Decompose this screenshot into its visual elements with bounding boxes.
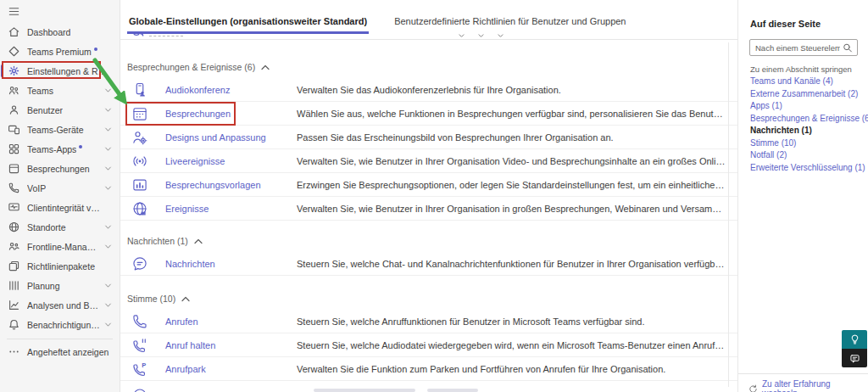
- section-link-erweiterte-verschluesselung[interactable]: Erweiterte Verschlüsselung (1): [750, 162, 863, 175]
- settings-list: Besprechungen & Ereignisse (6) Audiokonf…: [120, 41, 737, 392]
- settings-row-description: Wählen Sie aus, welche Funktionen in Bes…: [297, 109, 737, 119]
- devices-icon: [8, 123, 20, 136]
- chevron-up-icon[interactable]: [261, 64, 270, 70]
- tab-custom-policies[interactable]: Benutzerdefinierte Richtlinien für Benut…: [392, 16, 627, 34]
- sidebar-item-label: Benutzer: [27, 105, 63, 115]
- sidebar-item-label: Frontline-Manage...: [27, 242, 100, 252]
- sidebar-show-pinned-button[interactable]: Angeheftet anzeigen: [0, 342, 120, 361]
- control-search-input[interactable]: [750, 43, 842, 53]
- settings-row-description: Steuern Sie, welche Chat- und Kanalnachr…: [297, 259, 737, 269]
- sidebar-item-frontline[interactable]: Frontline-Manage...: [0, 237, 120, 256]
- sidebar-item-dashboard[interactable]: Dashboard: [0, 22, 120, 42]
- chevron-up-icon[interactable]: [181, 296, 190, 302]
- settings-row-label: Ereignisse: [165, 204, 297, 214]
- settings-row-liveereignisse[interactable]: Liveereignisse Verwalten Sie, wie Benutz…: [120, 149, 737, 173]
- chevron-down-icon: [104, 223, 112, 231]
- section-link-nachrichten[interactable]: Nachrichten (1): [750, 125, 863, 137]
- settings-row-audiokonferenz[interactable]: Audiokonferenz Verwalten Sie das Audioko…: [120, 78, 737, 102]
- section-link-externe-zusammenarbeit[interactable]: Externe Zusammenarbeit (2): [750, 88, 863, 101]
- calendar-icon: [8, 162, 20, 175]
- refresh-icon: [748, 384, 758, 392]
- sidebar-item-teams-geraete[interactable]: Teams-Geräte: [0, 120, 120, 139]
- settings-row-besprechungsvorlagen[interactable]: Besprechungsvorlagen Erzwingen Sie Bespr…: [120, 173, 737, 197]
- clipped-row-text-fragment: [149, 36, 183, 36]
- audio-conference-icon: [131, 81, 148, 98]
- clipped-text-fragment: [314, 389, 415, 392]
- sidebar-item-voip[interactable]: VoIP: [0, 178, 120, 198]
- chevron-up-icon[interactable]: [194, 238, 203, 244]
- settings-row-description: Passen Sie das Erscheinungsbild von Besp…: [297, 132, 737, 143]
- section-link-teams-kanaele[interactable]: Teams und Kanäle (4): [750, 76, 863, 88]
- assistant-widget: [842, 330, 867, 367]
- sidebar-item-label: Teams-Apps: [27, 144, 76, 154]
- sidebar-item-besprechungen[interactable]: Besprechungen: [0, 159, 120, 178]
- settings-row-description: Steuern Sie, welche Audiodatei wiedergeg…: [297, 340, 737, 350]
- sidebar: Dashboard Teams Premium Einstellungen & …: [0, 0, 120, 392]
- sidebar-item-label: Planung: [27, 281, 60, 291]
- settings-row-anrufpark[interactable]: P Anrufpark Verwalten Sie die Funktion z…: [120, 357, 737, 381]
- settings-row-ereignisse[interactable]: Ereignisse Verwalten Sie, wie Benutzer i…: [120, 197, 737, 221]
- settings-row-label: Audiokonferenz: [165, 85, 297, 95]
- search-icon: [842, 42, 854, 53]
- sidebar-item-settings-policies[interactable]: Einstellungen & Richtlinien: [0, 61, 120, 81]
- sidebar-item-standorte[interactable]: Standorte: [0, 217, 120, 237]
- hamburger-menu-button[interactable]: [0, 0, 120, 22]
- settings-row-designs-anpassung[interactable]: Designs und Anpassung Passen Sie das Ers…: [120, 126, 737, 149]
- main-panel: Globale-Einstellungen (organisationsweit…: [120, 0, 737, 392]
- settings-row-label: Anruf halten: [165, 340, 297, 350]
- tab-global-settings[interactable]: Globale-Einstellungen (organisationsweit…: [127, 16, 369, 34]
- settings-row-nachrichten[interactable]: Nachrichten Steuern Sie, welche Chat- un…: [120, 252, 737, 276]
- settings-row-label: Nachrichten: [165, 259, 297, 269]
- sidebar-item-richtlinienpakete[interactable]: Richtlinienpakete: [0, 256, 120, 276]
- control-search-box[interactable]: [749, 39, 858, 56]
- sidebar-item-benutzer[interactable]: Benutzer: [0, 100, 120, 120]
- sidebar-item-label: Einstellungen & Richtlinien: [27, 66, 108, 76]
- section-link-apps[interactable]: Apps (1): [750, 100, 863, 113]
- settings-row-label: Designs und Anpassung: [165, 132, 297, 143]
- analytics-icon: [8, 299, 20, 311]
- sidebar-item-planung[interactable]: Planung: [0, 276, 120, 295]
- sidebar-item-clientintegritaet[interactable]: Clientintegrität von...: [0, 198, 120, 217]
- sidebar-item-teams-premium[interactable]: Teams Premium: [0, 42, 120, 61]
- chevron-down-icon: [104, 321, 112, 328]
- meeting-templates-icon: [131, 176, 148, 193]
- settings-row-description: Verwalten Sie, wie Benutzer in Ihrer Org…: [297, 204, 737, 214]
- globe-icon: [8, 221, 20, 233]
- section-links: Teams und Kanäle (4) Externe Zusammenarb…: [750, 76, 863, 174]
- bell-icon: [8, 318, 20, 331]
- feedback-button[interactable]: [842, 349, 867, 367]
- switch-to-old-experience-link[interactable]: Zu alter Erfahrung wechseln: [748, 379, 868, 392]
- sidebar-item-label: Standorte: [27, 222, 66, 232]
- feedback-icon: [849, 353, 860, 364]
- section-header-stimme: Stimme (10): [127, 294, 737, 304]
- sidebar-item-teams-apps[interactable]: Teams-Apps: [0, 139, 120, 159]
- sidebar-item-label: Benachrichtigunge...: [27, 320, 100, 330]
- sidebar-item-teams[interactable]: Teams: [0, 81, 120, 100]
- sidebar-item-label: Dashboard: [27, 27, 70, 37]
- help-bulb-button[interactable]: [842, 330, 867, 349]
- chevron-down-icon: [104, 87, 112, 94]
- chevron-down-icon: [104, 145, 112, 153]
- tab-bar: Globale-Einstellungen (organisationsweit…: [120, 0, 737, 34]
- user-icon: [8, 104, 20, 116]
- section-link-stimme[interactable]: Stimme (10): [750, 137, 863, 150]
- sidebar-item-label: Teams: [27, 86, 53, 96]
- clipped-row-icon: [131, 385, 148, 392]
- live-events-icon: [131, 153, 148, 170]
- jump-to-section-label: Zu einem Abschnitt springen: [750, 64, 852, 74]
- section-header-besprechungen-ereignisse: Besprechungen & Ereignisse (6): [127, 62, 737, 72]
- section-link-besprechungen-ereignisse[interactable]: Besprechungen & Ereignisse (6): [750, 113, 863, 126]
- sidebar-item-analysen[interactable]: Analysen und Beric...: [0, 295, 120, 315]
- settings-row-anrufen[interactable]: Anrufen Steuern Sie, welche Anruffunktio…: [120, 310, 737, 333]
- settings-row-besprechungen[interactable]: Besprechungen Wählen Sie aus, welche Fun…: [120, 102, 737, 126]
- section-link-notfall[interactable]: Notfall (2): [750, 149, 863, 162]
- planning-icon: [8, 279, 20, 292]
- settings-row-label: Liveereignisse: [165, 156, 297, 166]
- settings-row-description: Verwalten Sie die Funktion zum Parken un…: [297, 364, 737, 374]
- client-health-icon: [8, 201, 20, 214]
- settings-row-anruf-halten[interactable]: Anruf halten Steuern Sie, welche Audioda…: [120, 333, 737, 357]
- new-indicator-dot: [79, 145, 82, 148]
- sidebar-item-benachrichtigungen[interactable]: Benachrichtigunge...: [0, 315, 120, 334]
- scrollbar[interactable]: [728, 42, 729, 387]
- section-title: Nachrichten (1): [127, 236, 188, 246]
